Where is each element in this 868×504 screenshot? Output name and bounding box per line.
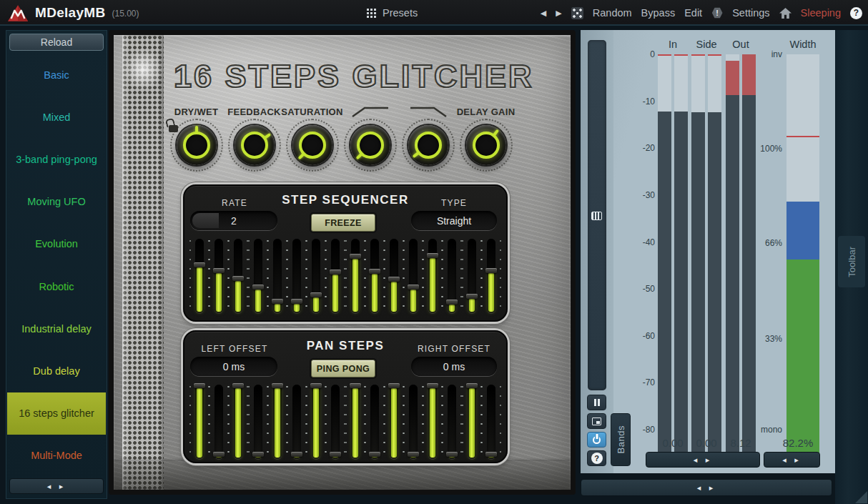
type-select[interactable]: Straight [411,211,497,230]
preset-item-basic[interactable]: Basic [7,54,106,96]
step-slider-16[interactable] [487,239,495,313]
width-tick-label: 100% [731,144,782,154]
window-resize-grip[interactable] [855,491,867,503]
width-segment [786,202,819,259]
pan-slider-8[interactable] [331,385,340,459]
pan-slider-3[interactable] [234,385,242,459]
meter-level-fill [658,112,671,454]
home-icon[interactable] [779,8,791,19]
step-slider-11[interactable] [390,239,398,313]
step-slider-5[interactable] [273,239,282,313]
preset-sidebar: Reload BasicMixed3-band ping-pongMoving … [6,30,107,499]
step-slider-1[interactable] [195,239,204,313]
width-segment [786,260,819,454]
pan-slider-1[interactable] [195,385,204,459]
panel-title: 16 STEPS GLITCHER [174,58,510,95]
knob-delay-gain[interactable] [466,125,506,165]
meter-level-fill [674,112,688,454]
meter-bar [674,54,688,454]
preset-item-moving-ufo[interactable]: Moving UFO [7,181,106,223]
pan-slider-11[interactable] [390,385,398,459]
prev-preset-button[interactable]: ◀ [541,9,546,18]
preset-item-3-band-ping-pong[interactable]: 3-band ping-pong [7,138,106,180]
step-slider-14[interactable] [448,239,456,313]
pan-slider-6[interactable] [292,385,301,459]
knob-pointer [195,126,198,134]
pan-slider-14[interactable] [448,385,456,459]
knob-aux-3[interactable] [350,125,390,165]
pan-slider-9[interactable] [351,385,360,459]
step-sequencer-box: STEP SEQUENCER RATE 2 FREEZE TYPE Straig… [183,184,508,322]
settings-button[interactable]: Settings [732,7,769,19]
warning-icon[interactable]: ! [711,7,723,19]
width-meter [786,54,819,454]
preset-item-16-steps-glitcher[interactable]: 16 steps glitcher [7,392,106,435]
toolbar-tab[interactable]: Toolbar [838,236,865,287]
pan-slider-7[interactable] [312,385,320,459]
knob-dry-wet[interactable] [177,125,217,165]
left-offset-value[interactable]: 0 ms [190,357,277,376]
meter-scrollbar-width[interactable]: ◂ ▸ [764,452,820,468]
perforated-highlight [122,48,164,91]
knob-label: DRY/WET [174,105,219,118]
preset-item-evolution[interactable]: Evolution [7,223,106,265]
knob-feedback[interactable] [235,125,275,165]
step-slider-12[interactable] [409,239,418,313]
sidebar-pager-button[interactable]: ◂ ▸ [9,478,104,494]
preset-item-industrial-delay[interactable]: Industrial delay [7,307,106,350]
knob-row: DRY/WETFEEDBACKSATURATIONDELAY GAIN [167,105,516,165]
step-slider-8[interactable] [331,239,340,313]
pan-slider-10[interactable] [370,385,379,459]
pan-slider-12[interactable] [409,385,418,459]
knob-pointer [297,152,305,160]
meter-peak-line [674,54,688,56]
help-icon[interactable]: ? [850,7,862,19]
step-slider-7[interactable] [312,239,320,313]
pan-slider-4[interactable] [254,385,262,459]
pan-slider-5[interactable] [273,385,282,459]
preset-item-multi-mode[interactable]: Multi-Mode [7,435,106,477]
plugin-title: MDelayMB [35,5,105,21]
next-preset-button[interactable]: ▶ [556,9,561,18]
meter-red-zone [742,54,756,95]
step-slider-6[interactable] [292,239,301,313]
perforated-strip [122,35,164,490]
edit-button[interactable]: Edit [684,7,702,19]
step-slider-15[interactable] [468,239,476,313]
step-slider-9[interactable] [351,239,360,313]
freeze-button[interactable]: FREEZE [311,214,375,232]
knob-pointer [492,129,499,137]
width-tick-label: 66% [731,238,782,248]
pan-slider-2[interactable] [214,385,223,459]
dice-icon[interactable] [571,7,583,19]
step-slider-13[interactable] [428,239,437,313]
pan-slider-16[interactable] [487,385,495,459]
meter-scrollbar-main[interactable]: ◂ ▸ [646,452,760,468]
step-slider-4[interactable] [254,239,262,313]
bypass-button[interactable]: Bypass [641,7,676,19]
meter-peak-line [658,54,671,56]
preset-item-robotic[interactable]: Robotic [7,265,106,307]
meter-readout: 8.12 [716,437,766,449]
meter-red-zone [726,61,739,96]
random-button[interactable]: Random [593,7,632,19]
meter-peak-line [691,54,705,56]
bottom-scrollbar[interactable]: ◂ ▸ [581,479,832,496]
reload-button[interactable]: Reload [9,34,104,51]
pan-slider-13[interactable] [428,385,437,459]
sleeping-status[interactable]: Sleeping [801,7,841,19]
step-slider-3[interactable] [234,239,242,313]
step-slider-10[interactable] [370,239,379,313]
knob-saturation[interactable] [292,125,332,165]
ping-pong-button[interactable]: PING PONG [311,360,375,377]
presets-button[interactable]: Presets [383,7,418,19]
right-offset-value[interactable]: 0 ms [411,357,497,376]
step-slider-2[interactable] [214,239,223,313]
meter-group-label: Out [719,39,762,50]
preset-item-mixed[interactable]: Mixed [7,96,106,138]
pan-slider-15[interactable] [468,385,476,459]
preset-item-dub-delay[interactable]: Dub delay [7,350,106,392]
rate-value[interactable]: 2 [190,211,277,230]
knob-aux-4[interactable] [408,125,448,165]
meter-bar [726,54,739,454]
